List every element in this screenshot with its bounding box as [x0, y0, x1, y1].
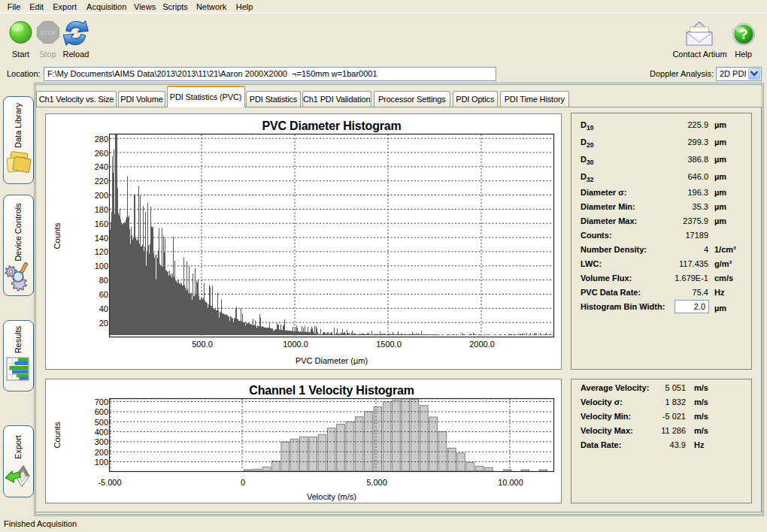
- svg-text:?: ?: [740, 27, 748, 42]
- svg-text:STOP: STOP: [39, 29, 57, 37]
